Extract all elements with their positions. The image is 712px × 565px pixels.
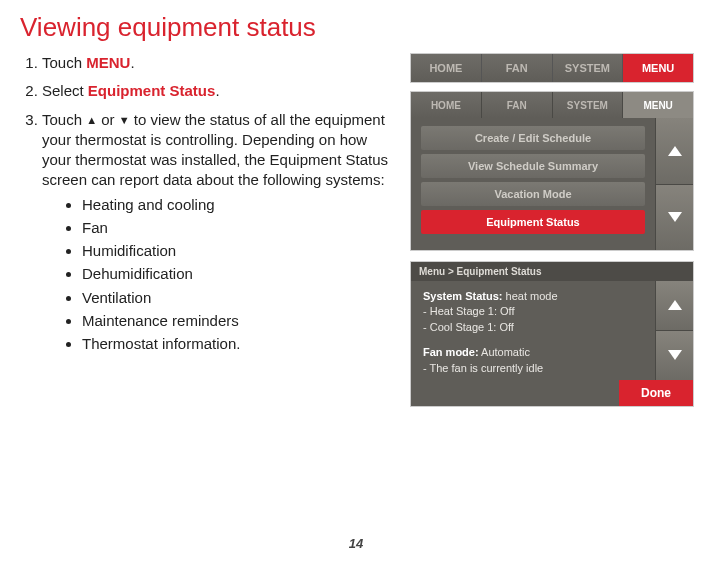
fan-mode-label: Fan mode: <box>423 346 479 358</box>
menu-item-vacation[interactable]: Vacation Mode <box>421 182 645 206</box>
bullet-item: Heating and cooling <box>82 195 392 215</box>
page-title: Viewing equipment status <box>0 0 712 53</box>
chevron-up-icon <box>668 146 682 156</box>
bullet-item: Dehumidification <box>82 264 392 284</box>
bullet-item: Thermostat information. <box>82 334 392 354</box>
status-info: System Status: heat mode - Heat Stage 1:… <box>411 281 655 380</box>
system-status-label: System Status: <box>423 290 502 302</box>
screenshot-tabbar: HOME FAN SYSTEM MENU <box>410 53 694 83</box>
fan-status-line: - The fan is currently idle <box>423 361 645 376</box>
done-button[interactable]: Done <box>619 380 693 406</box>
tab-fan[interactable]: FAN <box>482 54 553 82</box>
breadcrumb: Menu > Equipment Status <box>411 262 693 281</box>
instructions-column: Touch MENU. Select Equipment Status. Tou… <box>20 53 410 407</box>
bullet-item: Ventilation <box>82 288 392 308</box>
screenshots-column: HOME FAN SYSTEM MENU HOME FAN SYSTEM MEN… <box>410 53 694 407</box>
tab-home[interactable]: HOME <box>411 54 482 82</box>
step-1: Touch MENU. <box>42 53 392 73</box>
tab-menu[interactable]: MENU <box>623 92 693 118</box>
scroll-down-button[interactable] <box>656 185 693 251</box>
tab-home[interactable]: HOME <box>411 92 482 118</box>
screenshot-equipment-status: Menu > Equipment Status System Status: h… <box>410 261 694 407</box>
triangle-up-icon: ▲ <box>86 114 97 126</box>
tab-system[interactable]: SYSTEM <box>553 54 624 82</box>
step-3: Touch ▲ or ▼ to view the status of all t… <box>42 110 392 355</box>
bullet-item: Maintenance reminders <box>82 311 392 331</box>
scroll-up-button[interactable] <box>656 118 693 185</box>
bullet-item: Humidification <box>82 241 392 261</box>
chevron-up-icon <box>668 300 682 310</box>
scroll-down-button[interactable] <box>656 331 693 380</box>
keyword-menu: MENU <box>86 54 130 71</box>
chevron-down-icon <box>668 350 682 360</box>
bullet-item: Fan <box>82 218 392 238</box>
menu-item-summary[interactable]: View Schedule Summary <box>421 154 645 178</box>
page-number: 14 <box>0 536 712 551</box>
scroll-up-button[interactable] <box>656 281 693 331</box>
system-status-value: heat mode <box>502 290 557 302</box>
screenshot-menu-list: HOME FAN SYSTEM MENU Create / Edit Sched… <box>410 91 694 251</box>
heat-stage-line: - Heat Stage 1: Off <box>423 304 645 319</box>
systems-list: Heating and cooling Fan Humidification D… <box>42 195 392 355</box>
fan-mode-value: Automatic <box>479 346 530 358</box>
chevron-down-icon <box>668 212 682 222</box>
triangle-down-icon: ▼ <box>119 114 130 126</box>
menu-item-equipment-status[interactable]: Equipment Status <box>421 210 645 234</box>
step-2: Select Equipment Status. <box>42 81 392 101</box>
tab-menu[interactable]: MENU <box>623 54 693 82</box>
keyword-equipment-status: Equipment Status <box>88 82 216 99</box>
cool-stage-line: - Cool Stage 1: Off <box>423 320 645 335</box>
tab-system[interactable]: SYSTEM <box>553 92 624 118</box>
menu-item-schedule[interactable]: Create / Edit Schedule <box>421 126 645 150</box>
tab-fan[interactable]: FAN <box>482 92 553 118</box>
